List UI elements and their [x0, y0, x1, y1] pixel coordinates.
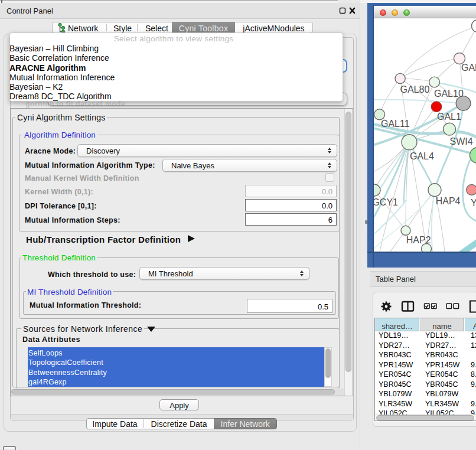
svg-text:Y: Y	[471, 198, 476, 208]
svg-text:HAP4: HAP4	[436, 196, 461, 206]
svg-text:GAL10: GAL10	[434, 89, 464, 99]
svg-text:GAL4: GAL4	[410, 151, 434, 161]
svg-text:SWI4: SWI4	[450, 136, 473, 146]
svg-text:HAP2: HAP2	[406, 235, 431, 245]
svg-text:GAL11: GAL11	[381, 119, 410, 129]
svg-text:GAL1: GAL1	[437, 112, 461, 122]
svg-text:GAL: GAL	[461, 63, 476, 73]
svg-text:GAL80: GAL80	[400, 84, 430, 94]
svg-text:GCY1: GCY1	[374, 197, 398, 207]
